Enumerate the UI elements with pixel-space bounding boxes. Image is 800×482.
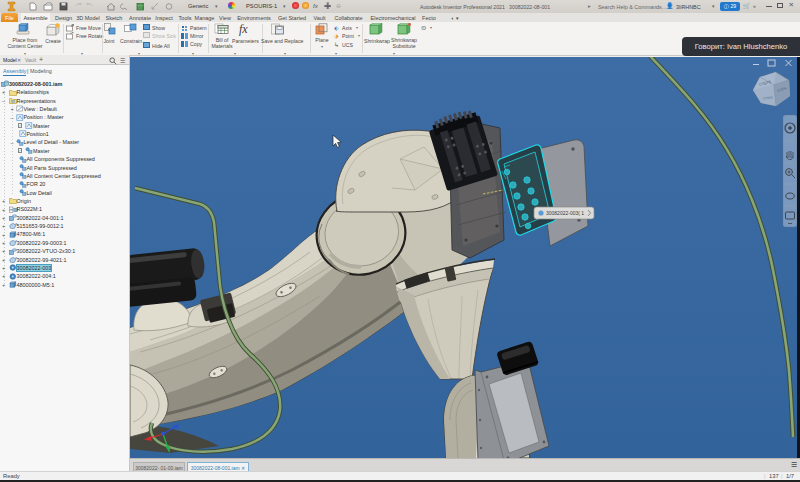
svg-text:СНИЗ: СНИЗ: [763, 96, 773, 101]
svg-text:30082022-003( 1: 30082022-003( 1: [546, 210, 584, 216]
